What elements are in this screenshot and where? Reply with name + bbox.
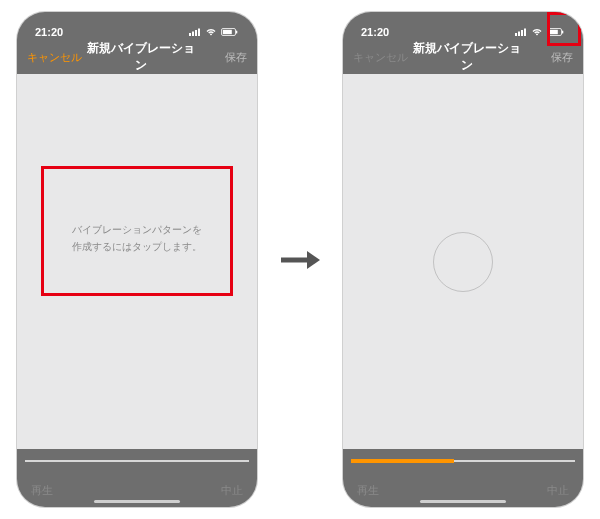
status-bar: 21:20 xyxy=(17,12,257,40)
svg-rect-10 xyxy=(518,32,520,37)
track-line xyxy=(25,460,249,462)
battery-icon xyxy=(547,28,565,38)
svg-rect-16 xyxy=(351,459,357,463)
svg-rect-12 xyxy=(524,29,526,37)
svg-rect-11 xyxy=(521,30,523,36)
status-icons xyxy=(515,28,565,38)
phone-screen-left: 21:20 キャンセル 新規バイブレーション 保存 バイブレーションパターンを … xyxy=(17,12,257,507)
status-time: 21:20 xyxy=(35,26,63,38)
nav-title: 新規バイブレーション xyxy=(82,40,199,74)
status-bar: 21:20 xyxy=(343,12,583,40)
svg-rect-18 xyxy=(367,459,390,463)
arrow-between xyxy=(279,247,321,273)
pattern-track xyxy=(343,449,583,473)
svg-rect-15 xyxy=(562,31,563,34)
home-indicator[interactable] xyxy=(420,500,506,503)
svg-rect-3 xyxy=(198,29,200,37)
nav-bar: キャンセル 新規バイブレーション 保存 xyxy=(17,40,257,74)
signal-icon xyxy=(515,28,527,38)
status-time: 21:20 xyxy=(361,26,389,38)
wifi-icon xyxy=(531,28,543,38)
svg-rect-14 xyxy=(549,30,558,34)
nav-title: 新規バイブレーション xyxy=(408,40,525,74)
signal-icon xyxy=(189,28,201,38)
play-button[interactable]: 再生 xyxy=(31,483,53,498)
save-button[interactable]: 保存 xyxy=(199,50,247,65)
stop-button[interactable]: 中止 xyxy=(547,483,569,498)
hint-line-2: 作成するにはタップします。 xyxy=(72,238,202,255)
status-icons xyxy=(189,28,239,38)
svg-rect-5 xyxy=(223,30,232,34)
svg-marker-8 xyxy=(307,251,320,269)
battery-icon xyxy=(221,28,239,38)
save-button[interactable]: 保存 xyxy=(525,50,573,65)
svg-rect-22 xyxy=(430,459,446,463)
svg-rect-9 xyxy=(515,33,517,36)
svg-rect-23 xyxy=(450,459,454,463)
svg-rect-1 xyxy=(192,32,194,37)
svg-rect-2 xyxy=(195,30,197,36)
arrow-icon xyxy=(279,247,321,273)
svg-rect-20 xyxy=(405,459,419,463)
pattern-track xyxy=(17,449,257,473)
stop-button[interactable]: 中止 xyxy=(221,483,243,498)
touch-circle-icon xyxy=(433,232,493,292)
wifi-icon xyxy=(205,28,217,38)
vibration-tap-area[interactable] xyxy=(343,74,583,449)
phone-screen-right: 21:20 キャンセル 新規バイブレーション 保存 xyxy=(343,12,583,507)
vibration-tap-area[interactable]: バイブレーションパターンを 作成するにはタップします。 xyxy=(17,74,257,449)
hint-text: バイブレーションパターンを 作成するにはタップします。 xyxy=(43,178,231,298)
cancel-button[interactable]: キャンセル xyxy=(27,50,82,65)
svg-rect-21 xyxy=(422,459,427,463)
play-button[interactable]: 再生 xyxy=(357,483,379,498)
hint-line-1: バイブレーションパターンを xyxy=(72,221,202,238)
cancel-button[interactable]: キャンセル xyxy=(353,50,408,65)
svg-rect-17 xyxy=(360,459,364,463)
nav-bar: キャンセル 新規バイブレーション 保存 xyxy=(343,40,583,74)
svg-rect-0 xyxy=(189,33,191,36)
svg-rect-6 xyxy=(236,31,237,34)
track-line xyxy=(351,460,575,462)
svg-rect-19 xyxy=(393,459,401,463)
home-indicator[interactable] xyxy=(94,500,180,503)
recorded-pattern xyxy=(351,459,454,463)
